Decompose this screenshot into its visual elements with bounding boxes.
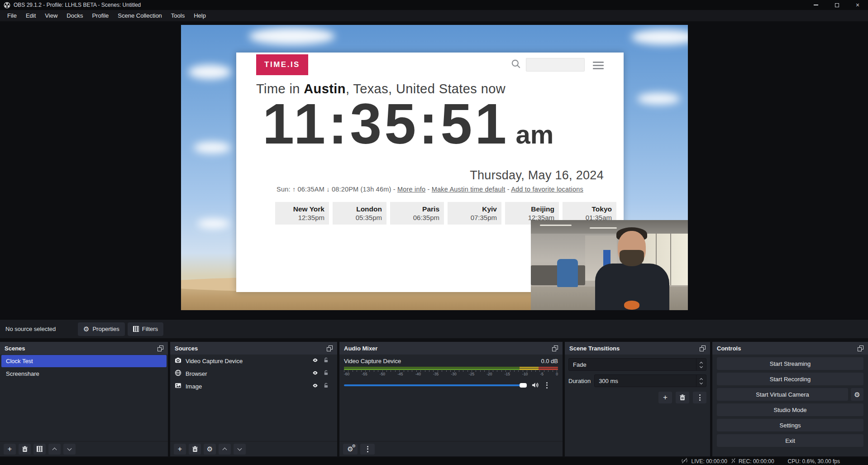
source-item-browser[interactable]: Browser bbox=[170, 367, 337, 380]
start-virtual-camera-button[interactable]: Start Virtual Camera bbox=[717, 388, 848, 401]
orange-object bbox=[624, 301, 639, 310]
office-chair bbox=[557, 259, 578, 287]
duration-spinbox[interactable]: 300 ms bbox=[594, 374, 706, 387]
start-recording-button[interactable]: Start Recording bbox=[717, 373, 863, 385]
scene-item-clock-test[interactable]: Clock Test bbox=[1, 355, 167, 367]
menu-item-file[interactable]: File bbox=[3, 11, 21, 20]
maximize-button[interactable] bbox=[826, 0, 847, 10]
add-scene-button[interactable]: + bbox=[4, 444, 16, 455]
sources-header: Sources bbox=[170, 342, 337, 355]
ceiling-light bbox=[590, 227, 617, 229]
popout-icon[interactable] bbox=[700, 345, 706, 351]
gear-icon: ⚙ bbox=[83, 326, 89, 332]
gear-icon: ⚙ bbox=[207, 446, 213, 452]
exit-button[interactable]: Exit bbox=[717, 434, 863, 447]
cloud-decoration bbox=[197, 219, 230, 229]
menu-item-profile[interactable]: Profile bbox=[87, 11, 113, 20]
filters-button[interactable]: Filters bbox=[128, 322, 163, 336]
close-button[interactable]: × bbox=[847, 0, 868, 10]
controls-panel: Controls Start Streaming Start Recording… bbox=[712, 342, 868, 456]
program-canvas[interactable]: TIME.IS Time in Austin, Texas, United St… bbox=[181, 25, 688, 310]
source-item-video-capture[interactable]: Video Capture Device bbox=[170, 355, 337, 367]
scenes-panel: Scenes Clock Test Screenshare + bbox=[0, 342, 168, 456]
remove-scene-button[interactable] bbox=[19, 444, 31, 455]
lock-icon[interactable] bbox=[323, 370, 329, 377]
start-streaming-button[interactable]: Start Streaming bbox=[717, 357, 863, 370]
separator: - bbox=[506, 186, 511, 193]
image-icon bbox=[175, 382, 181, 390]
person-beard bbox=[620, 250, 644, 266]
remove-transition-button[interactable] bbox=[676, 392, 689, 403]
scene-move-down-button[interactable] bbox=[63, 444, 76, 455]
minimize-button[interactable] bbox=[806, 0, 826, 10]
menu-item-docks[interactable]: Docks bbox=[62, 11, 87, 20]
mixer-menu-button[interactable] bbox=[360, 444, 375, 455]
tick-label: -55 bbox=[362, 372, 367, 376]
menu-item-scene-collection[interactable]: Scene Collection bbox=[113, 11, 167, 20]
scene-move-up-button[interactable] bbox=[48, 444, 61, 455]
properties-button[interactable]: ⚙Properties bbox=[78, 322, 125, 336]
audio-mixer-body: Video Capture Device0.0 dB -60-55-50-45-… bbox=[339, 355, 563, 441]
city-time: 07:35pm bbox=[452, 213, 497, 222]
menu-item-view[interactable]: View bbox=[40, 11, 62, 20]
add-favorite-link: Add to favorite locations bbox=[511, 186, 583, 193]
menu-item-tools[interactable]: Tools bbox=[167, 11, 189, 20]
city-name: Kyiv bbox=[452, 205, 497, 213]
scene-item-screenshare[interactable]: Screenshare bbox=[1, 368, 167, 380]
visibility-eye-icon[interactable] bbox=[311, 357, 319, 364]
source-move-down-button[interactable] bbox=[234, 444, 246, 455]
visibility-eye-icon[interactable] bbox=[311, 370, 319, 377]
add-source-button[interactable]: + bbox=[174, 444, 186, 455]
timeis-sun-line: Sun: ↑ 06:35AM ↓ 08:20PM (13h 46m) - Mor… bbox=[236, 186, 624, 193]
tick-label: 0 bbox=[556, 372, 558, 376]
speaker-icon[interactable] bbox=[531, 382, 539, 388]
scenes-list: Clock Test Screenshare bbox=[0, 355, 168, 441]
lock-icon[interactable] bbox=[323, 383, 329, 390]
menu-item-help[interactable]: Help bbox=[189, 11, 210, 20]
tick-label: -15 bbox=[505, 372, 510, 376]
advanced-audio-button[interactable]: ⚙⚙ bbox=[343, 444, 358, 455]
source-properties-button[interactable]: ⚙ bbox=[204, 444, 216, 455]
duration-spinner[interactable] bbox=[696, 375, 706, 387]
volume-slider-handle[interactable] bbox=[520, 383, 527, 388]
virtual-camera-settings-button[interactable]: ⚙ bbox=[851, 388, 863, 401]
city-name: New York bbox=[280, 205, 324, 213]
scenes-toolbar: + bbox=[0, 441, 168, 456]
audio-mixer-title: Audio Mixer bbox=[344, 345, 377, 352]
popout-icon[interactable] bbox=[552, 345, 558, 351]
transition-properties-button[interactable] bbox=[693, 392, 706, 403]
office-ceiling bbox=[531, 220, 688, 234]
volume-slider[interactable] bbox=[344, 384, 526, 386]
source-item-image[interactable]: Image bbox=[170, 380, 337, 393]
popout-icon[interactable] bbox=[327, 345, 333, 351]
audio-mixer-panel: Audio Mixer Video Capture Device0.0 dB -… bbox=[339, 342, 563, 456]
transition-select[interactable]: Fade bbox=[568, 358, 706, 371]
webcam-overlay[interactable] bbox=[531, 220, 688, 310]
studio-mode-button[interactable]: Studio Mode bbox=[717, 403, 863, 416]
lock-icon[interactable] bbox=[323, 357, 329, 364]
add-transition-button[interactable]: + bbox=[658, 392, 672, 403]
cloud-decoration bbox=[637, 93, 680, 105]
volume-meter bbox=[344, 367, 558, 370]
transitions-header: Scene Transitions bbox=[565, 342, 710, 355]
timeis-logo: TIME.IS bbox=[256, 54, 308, 75]
transition-select-spinner[interactable] bbox=[696, 359, 706, 370]
sources-list: Video Capture Device Browser Image bbox=[170, 355, 337, 441]
source-move-up-button[interactable] bbox=[219, 444, 231, 455]
channel-menu-kebab-icon[interactable] bbox=[546, 382, 548, 388]
tick-label: -35 bbox=[433, 372, 439, 376]
popout-icon[interactable] bbox=[157, 345, 163, 351]
settings-button[interactable]: Settings bbox=[717, 419, 863, 431]
camera-icon bbox=[175, 357, 181, 365]
rec-paused-icon bbox=[731, 458, 736, 465]
remove-source-button[interactable] bbox=[189, 444, 201, 455]
filters-icon bbox=[37, 446, 43, 452]
visibility-eye-icon[interactable] bbox=[311, 383, 319, 390]
scenes-title: Scenes bbox=[5, 345, 25, 352]
popout-icon[interactable] bbox=[858, 345, 863, 351]
controls-body: Start Streaming Start Recording Start Vi… bbox=[712, 355, 868, 456]
gear-icon: ⚙ bbox=[854, 391, 860, 398]
menu-item-edit[interactable]: Edit bbox=[21, 11, 40, 20]
scene-filters-button[interactable] bbox=[33, 444, 46, 455]
window-buttons: × bbox=[806, 0, 868, 10]
